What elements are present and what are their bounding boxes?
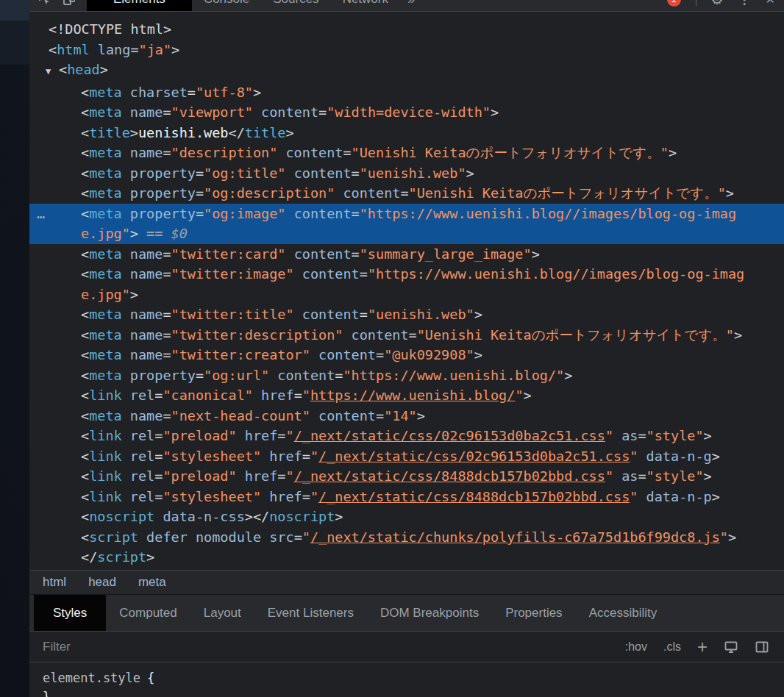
dom-tree-node[interactable]: <meta property="og:url" content="https:/…	[29, 365, 784, 386]
code-punctuation: <	[81, 165, 89, 181]
breadcrumb-item-meta[interactable]: meta	[138, 575, 166, 590]
new-style-rule-button[interactable]: +	[697, 638, 708, 656]
code-punctuation	[253, 387, 261, 403]
dom-tree-node[interactable]: <meta name="twitter:card" content="summa…	[29, 244, 784, 265]
code-attr-value: "ja"	[139, 42, 172, 57]
code-tag-name: script	[89, 529, 138, 545]
dom-tree-node[interactable]: <link rel="stylesheet" href="/_next/stat…	[29, 487, 784, 507]
node-menu-dots-icon[interactable]: …	[37, 204, 46, 224]
dom-tree-node[interactable]: <noscript data-n-css></noscript>	[29, 507, 784, 527]
toolbar-tab-network[interactable]: Network	[331, 0, 400, 12]
code-attr-value: "description"	[171, 145, 278, 160]
toolbar-tab-console[interactable]: Console	[192, 0, 261, 12]
code-attr-name: rel	[130, 428, 154, 443]
dom-tree-node[interactable]: <link rel="preload" href="/_next/static/…	[29, 466, 784, 487]
code-punctuation: >	[669, 145, 677, 160]
code-attr-value: "style"	[646, 468, 704, 484]
code-attr-name: defer	[146, 529, 188, 545]
code-punctuation	[237, 428, 245, 443]
close-brace: }	[43, 690, 50, 697]
code-attr-name: content	[261, 104, 318, 120]
dom-tree-node[interactable]: <link rel="stylesheet" href="/_next/stat…	[29, 446, 784, 467]
dom-tree-node[interactable]: e.jpg">	[29, 285, 784, 305]
style-rule-selector[interactable]: element.style	[43, 671, 140, 685]
code-punctuation: =	[196, 206, 204, 221]
code-punctuation	[122, 327, 130, 343]
rendering-emulation-icon[interactable]	[724, 640, 738, 654]
device-toolbar-icon[interactable]	[62, 0, 76, 7]
dom-tree-node[interactable]: <link rel="canonical" href="https://www.…	[29, 385, 784, 406]
dom-tree-node[interactable]: <meta name="description" content="Uenish…	[29, 143, 784, 163]
devtools-panel: ElementsConsoleSourcesNetwork » 1 ⚙ ⋮ ✕ …	[29, 0, 784, 697]
sidebar-tab-properties[interactable]: Properties	[492, 595, 575, 631]
computed-sidebar-toggle-icon[interactable]	[755, 640, 769, 654]
code-punctuation: <	[81, 125, 89, 140]
element-classes-button[interactable]: .cls	[663, 640, 681, 654]
sidebar-tab-layout[interactable]: Layout	[190, 595, 254, 631]
sidebar-tab-dom-breakpoints[interactable]: DOM Breakpoints	[367, 595, 492, 631]
code-punctuation	[285, 206, 293, 221]
code-attr-value: "	[605, 468, 613, 484]
code-punctuation: =	[154, 468, 163, 484]
dom-tree-node[interactable]: <!DOCTYPE html>	[29, 19, 784, 40]
dom-tree-node[interactable]: <meta name="twitter:image" content="http…	[29, 264, 784, 285]
dom-tree-node[interactable]: <meta property="og:title" content="uenis…	[29, 163, 784, 184]
code-punctuation: <	[81, 145, 89, 160]
code-attr-name: src	[269, 529, 293, 545]
dom-tree-node[interactable]: <meta name="twitter:title" content="ueni…	[29, 304, 784, 325]
code-punctuation	[122, 185, 130, 201]
breadcrumb-item-html[interactable]: html	[43, 575, 66, 590]
dom-tree-node[interactable]: <meta name="next-head-count" content="14…	[29, 406, 784, 426]
code-attr-value: "twitter:card"	[171, 246, 286, 262]
breadcrumb-item-head[interactable]: head	[88, 575, 116, 590]
code-punctuation: >	[712, 448, 720, 464]
code-punctuation	[188, 529, 196, 545]
dom-tree-node[interactable]: <title>uenishi.web</title>	[29, 123, 784, 143]
styles-filter-input[interactable]	[43, 640, 625, 654]
code-punctuation: >	[417, 408, 425, 423]
dom-tree-node[interactable]: ▼<head>	[29, 60, 784, 82]
toolbar-tab-sources[interactable]: Sources	[261, 0, 330, 12]
dom-tree-node[interactable]: <script defer nomodule src="/_next/stati…	[29, 527, 784, 548]
code-attr-value: e.jpg"	[81, 226, 130, 241]
dom-tree-node[interactable]: <meta name="viewport" content="width=dev…	[29, 102, 784, 123]
dom-tree-node[interactable]: <link rel="preload" href="/_next/static/…	[29, 426, 784, 446]
kebab-menu-icon[interactable]: ⋮	[738, 0, 751, 7]
code-tag-name: link	[89, 428, 122, 443]
error-count-badge[interactable]: 1	[667, 0, 681, 7]
code-punctuation: =	[343, 145, 351, 160]
dom-tree-node[interactable]: e.jpg"> == $0	[29, 224, 784, 244]
dom-tree-node[interactable]: <meta name="twitter:description" content…	[29, 325, 784, 346]
code-punctuation: >	[712, 489, 720, 504]
code-attr-value: "stylesheet"	[163, 448, 261, 464]
dom-tree-node[interactable]: <meta property="og:description" content=…	[29, 183, 784, 204]
code-punctuation	[122, 448, 130, 464]
dom-tree-node[interactable]: …<meta property="og:image" content="http…	[29, 204, 784, 224]
code-tag-name: title	[245, 125, 286, 140]
code-attr-value: "	[286, 468, 294, 484]
code-tag-name: meta	[89, 165, 122, 181]
toolbar-tab-elements[interactable]: Elements	[87, 0, 192, 12]
code-punctuation	[122, 347, 130, 362]
code-attr-value: "twitter:image"	[171, 266, 294, 282]
close-devtools-icon[interactable]: ✕	[766, 0, 775, 7]
sidebar-tab-styles[interactable]: Styles	[34, 595, 106, 631]
sidebar-tab-computed[interactable]: Computed	[106, 595, 190, 631]
code-punctuation: =	[335, 368, 343, 383]
inspect-element-icon[interactable]	[37, 0, 51, 7]
code-attr-value: "uenishi.web"	[360, 165, 466, 181]
dom-tree-node[interactable]: <meta charset="utf-8">	[29, 82, 784, 103]
dom-tree-node[interactable]: <html lang="ja">	[29, 40, 784, 60]
toggle-element-state-button[interactable]: :hov	[625, 640, 647, 654]
more-tabs-chevron[interactable]: »	[407, 0, 415, 7]
settings-gear-icon[interactable]: ⚙	[711, 0, 724, 7]
code-punctuation	[90, 42, 98, 57]
code-punctuation: ></	[245, 509, 269, 524]
sidebar-tab-accessibility[interactable]: Accessibility	[576, 595, 671, 631]
sidebar-tab-event-listeners[interactable]: Event Listeners	[254, 595, 367, 631]
code-punctuation: =	[638, 428, 646, 443]
code-punctuation: >	[335, 509, 343, 524]
dom-tree-node[interactable]: </script>	[29, 547, 784, 568]
dom-tree-node[interactable]: <meta name="twitter:creator" content="@u…	[29, 345, 784, 365]
code-attr-name: lang	[98, 42, 131, 57]
